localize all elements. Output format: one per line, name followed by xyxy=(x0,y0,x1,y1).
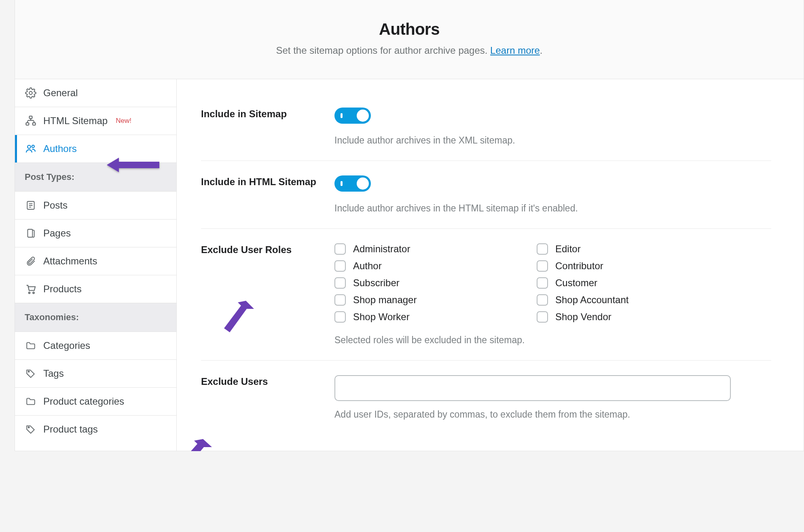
checkbox-icon xyxy=(334,277,346,289)
svg-rect-2 xyxy=(26,123,29,125)
include-sitemap-toggle[interactable] xyxy=(334,108,371,124)
posts-icon xyxy=(25,200,37,211)
sidebar-item-label: Product categories xyxy=(43,396,124,407)
sidebar-item-label: Authors xyxy=(43,143,77,154)
svg-rect-7 xyxy=(28,229,32,237)
role-checkbox[interactable]: Author xyxy=(334,260,520,272)
new-badge: New! xyxy=(116,117,131,125)
pages-icon xyxy=(25,228,37,239)
setting-label: Include in HTML Sitemap xyxy=(201,175,334,214)
checkbox-icon xyxy=(537,277,548,289)
tag-icon xyxy=(25,424,37,435)
page-subtitle: Set the sitemap options for author archi… xyxy=(31,45,787,56)
setting-description: Add user IDs, separated by commas, to ex… xyxy=(334,409,771,420)
sidebar-item-html-sitemap[interactable]: HTML Sitemap New! xyxy=(15,107,176,135)
gear-icon xyxy=(25,87,37,99)
paperclip-icon xyxy=(25,256,37,266)
checkbox-icon xyxy=(334,294,346,306)
role-grid: Administrator Author Subscriber Shop man… xyxy=(334,243,723,323)
sitemap-icon xyxy=(25,115,37,127)
sidebar-item-product-tags[interactable]: Product tags xyxy=(15,416,176,443)
svg-point-8 xyxy=(29,292,30,293)
checkbox-icon xyxy=(334,311,346,323)
sidebar-item-label: General xyxy=(43,87,78,99)
sidebar: General HTML Sitemap New! xyxy=(15,79,177,451)
setting-label: Exclude Users xyxy=(201,375,334,420)
page-title: Authors xyxy=(31,20,787,38)
sidebar-item-label: HTML Sitemap xyxy=(43,115,108,127)
svg-point-4 xyxy=(28,145,31,148)
setting-label: Include in Sitemap xyxy=(201,108,334,146)
sidebar-item-attachments[interactable]: Attachments xyxy=(15,247,176,275)
setting-include-html-sitemap: Include in HTML Sitemap Include author a… xyxy=(201,161,771,229)
svg-rect-3 xyxy=(33,123,36,125)
page-header: Authors Set the sitemap options for auth… xyxy=(15,0,804,79)
setting-description: Include author archives in the HTML site… xyxy=(334,203,771,214)
sidebar-item-posts[interactable]: Posts xyxy=(15,192,176,220)
checkbox-icon xyxy=(537,311,548,323)
setting-description: Include author archives in the XML sitem… xyxy=(334,135,771,146)
role-checkbox[interactable]: Shop Vendor xyxy=(537,311,723,323)
role-checkbox[interactable]: Shop manager xyxy=(334,294,520,306)
setting-description: Selected roles will be excluded in the s… xyxy=(334,335,771,346)
svg-point-9 xyxy=(33,292,34,293)
checkbox-icon xyxy=(334,243,346,255)
sidebar-item-product-categories[interactable]: Product categories xyxy=(15,388,176,416)
svg-point-0 xyxy=(29,91,32,94)
sidebar-item-general[interactable]: General xyxy=(15,79,176,107)
role-checkbox[interactable]: Editor xyxy=(537,243,723,255)
include-html-sitemap-toggle[interactable] xyxy=(334,175,371,192)
sidebar-item-tags[interactable]: Tags xyxy=(15,360,176,388)
setting-exclude-users: Exclude Users Add user IDs, separated by… xyxy=(201,361,771,435)
setting-exclude-roles: Exclude User Roles Administrator Author … xyxy=(201,229,771,361)
svg-point-10 xyxy=(28,371,30,372)
tag-icon xyxy=(25,368,37,379)
role-checkbox[interactable]: Shop Worker xyxy=(334,311,520,323)
role-checkbox[interactable]: Shop Accountant xyxy=(537,294,723,306)
folder-icon xyxy=(25,340,37,351)
svg-point-11 xyxy=(28,427,30,428)
checkbox-icon xyxy=(537,294,548,306)
svg-point-5 xyxy=(32,145,34,148)
sidebar-item-authors[interactable]: Authors xyxy=(15,135,176,163)
folder-icon xyxy=(25,396,37,407)
main-content: Include in Sitemap Include author archiv… xyxy=(177,79,804,451)
role-checkbox[interactable]: Subscriber xyxy=(334,277,520,289)
sidebar-item-label: Product tags xyxy=(43,424,98,435)
svg-rect-1 xyxy=(30,116,32,118)
sidebar-item-label: Tags xyxy=(43,368,64,379)
exclude-users-input[interactable] xyxy=(334,375,731,401)
learn-more-link[interactable]: Learn more xyxy=(490,45,540,56)
sidebar-section-taxonomies: Taxonomies: xyxy=(15,303,176,332)
checkbox-icon xyxy=(537,260,548,272)
role-checkbox[interactable]: Administrator xyxy=(334,243,520,255)
cart-icon xyxy=(25,283,37,295)
users-icon xyxy=(25,143,37,154)
checkbox-icon xyxy=(537,243,548,255)
sidebar-item-label: Attachments xyxy=(43,255,97,267)
sidebar-item-label: Products xyxy=(43,283,82,295)
sidebar-item-categories[interactable]: Categories xyxy=(15,332,176,360)
sidebar-item-label: Posts xyxy=(43,200,68,211)
role-checkbox[interactable]: Contributor xyxy=(537,260,723,272)
setting-include-sitemap: Include in Sitemap Include author archiv… xyxy=(201,103,771,161)
sidebar-item-products[interactable]: Products xyxy=(15,275,176,303)
role-checkbox[interactable]: Customer xyxy=(537,277,723,289)
setting-label: Exclude User Roles xyxy=(201,243,334,346)
sidebar-item-label: Categories xyxy=(43,340,90,351)
sidebar-item-pages[interactable]: Pages xyxy=(15,220,176,247)
sidebar-item-label: Pages xyxy=(43,228,71,239)
sidebar-section-post-types: Post Types: xyxy=(15,163,176,192)
checkbox-icon xyxy=(334,260,346,272)
